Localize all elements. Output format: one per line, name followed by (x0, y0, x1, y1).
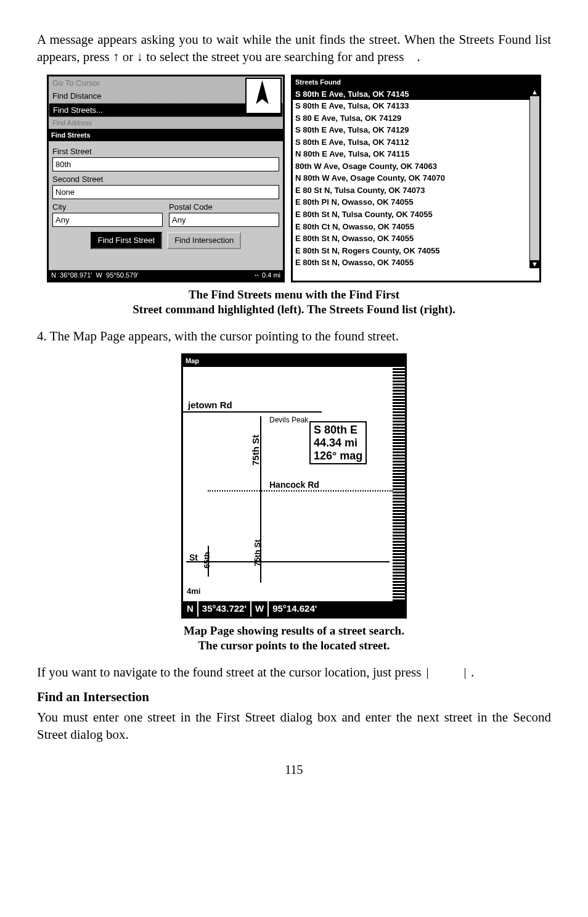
scale-icon: ↔ (253, 271, 260, 279)
city-input[interactable]: Any (52, 213, 163, 228)
jetown-rd-label: jetown Rd (188, 399, 232, 411)
map-screen: Map jetown Rd Devils Peak S 80th E 44.34… (181, 353, 407, 618)
status-scale: 0.4 mi (262, 271, 280, 279)
info-line-1: S 80th E (314, 424, 362, 437)
street-list-item[interactable]: S 80 E Ave, Tulsa, OK 74129 (293, 112, 529, 125)
status-n: N (51, 271, 56, 279)
street-list-item[interactable]: N 80th E Ave, Tulsa, OK 74115 (293, 148, 529, 160)
page-number: 115 (37, 762, 551, 778)
scroll-up-icon[interactable]: ▲ (530, 88, 539, 96)
intro-text-b: or (120, 49, 137, 64)
streets-found-screen: Streets Found S 80th E Ave, Tulsa, OK 74… (291, 75, 541, 282)
street-list-item[interactable]: E 80th St N, Rogers County, OK 74055 (293, 245, 529, 257)
street-list-item[interactable]: S 80th E Ave, Tulsa, OK 74145 (293, 88, 529, 101)
caption-1a: The Find Streets menu with the Find Firs… (189, 288, 399, 301)
city-label: City (52, 202, 163, 213)
street-list-item[interactable]: N 80th W Ave, Osage County, OK 74070 (293, 172, 529, 184)
highway-icon (393, 367, 405, 601)
street-list-item[interactable]: E 80 St N, Tulsa County, OK 74073 (293, 184, 529, 197)
postal-code-input[interactable]: Any (169, 213, 279, 228)
status-lat: 36°08.971' (60, 271, 92, 279)
scroll-down-icon[interactable]: ▼ (530, 260, 539, 268)
caption-2b: The cursor points to the located street. (198, 639, 390, 652)
figure-row-1: Go To Cursor Find Distance Find Streets.… (37, 75, 551, 282)
caption-2a: Map Page showing results of a street sea… (184, 624, 404, 637)
figure-1-caption: The Find Streets menu with the Find Firs… (37, 287, 551, 318)
road-line (183, 411, 322, 413)
intro-text-c: to select the street you are searching f… (143, 49, 404, 64)
map-status-lon: 95°14.624' (269, 601, 405, 616)
st-label: St (189, 552, 198, 564)
first-street-label: First Street (52, 146, 279, 157)
street-list-item[interactable]: S 80th E Ave, Tulsa, OK 74129 (293, 124, 529, 136)
figure-2-caption: Map Page showing results of a street sea… (37, 623, 551, 654)
key-placeholder (427, 668, 465, 679)
street-list-item[interactable]: E 80th St N, Owasso, OK 74055 (293, 257, 529, 268)
devils-peak-label: Devils Peak (269, 415, 308, 425)
step-4-text: 4. The Map Page appears, with the cursor… (37, 327, 551, 345)
status-lon: 95°50.579' (106, 271, 138, 279)
find-streets-titlebar: Find Streets (49, 130, 283, 141)
75th-st-label: 75th St (250, 435, 262, 466)
street-list-item[interactable]: E 80th St N, Tulsa County, OK 74055 (293, 208, 529, 221)
info-line-3: 126° mag (314, 450, 362, 463)
vertical-scrollbar[interactable]: ▲ ▼ (529, 88, 539, 268)
map-status-n: N (183, 601, 198, 616)
find-streets-screen: Go To Cursor Find Distance Find Streets.… (47, 75, 285, 282)
hancock-rd-label: Hancock Rd (269, 479, 319, 491)
info-line-2: 44.34 mi (314, 437, 362, 450)
streets-found-titlebar: Streets Found (293, 76, 539, 88)
65th-label: 65th (202, 552, 213, 569)
second-street-label: Second Street (52, 174, 279, 185)
street-list-item[interactable]: E 80th Pl N, Owasso, OK 74055 (293, 196, 529, 208)
map-status-bar: N 35°43.722' W 95°14.624' (183, 601, 405, 616)
map-canvas[interactable]: jetown Rd Devils Peak S 80th E 44.34 mi … (183, 367, 405, 601)
down-arrow-icon: ↓ (137, 49, 144, 64)
streets-found-list[interactable]: S 80th E Ave, Tulsa, OK 74145S 80th E Av… (293, 88, 529, 268)
compass-icon (245, 78, 282, 114)
status-w: W (96, 271, 102, 279)
postal-code-label: Postal Code (169, 202, 279, 213)
caption-1b: Street command highlighted (left). The S… (133, 303, 455, 316)
menu-find-address[interactable]: Find Address (49, 117, 283, 129)
75th-st-label-2: 75th St (252, 540, 263, 566)
street-list-item[interactable]: 80th W Ave, Osage County, OK 74063 (293, 160, 529, 173)
street-list-item[interactable]: S 80th E Ave, Tulsa, OK 74133 (293, 100, 529, 112)
street-list-item[interactable]: E 80th St N, Owasso, OK 74055 (293, 232, 529, 245)
up-arrow-icon: ↑ (113, 49, 120, 64)
map-titlebar: Map (183, 355, 405, 367)
map-status-w: W (251, 601, 269, 616)
map-scale-label: 4mi (187, 586, 200, 597)
find-streets-form: First Street 80th Second Street None Cit… (49, 141, 283, 270)
find-intersection-button[interactable]: Find Intersection (167, 232, 241, 249)
street-list-item[interactable]: S 80th E Ave, Tulsa, OK 74112 (293, 136, 529, 149)
nav-text-a: If you want to navigate to the found str… (37, 665, 421, 680)
second-street-input[interactable]: None (52, 185, 279, 200)
status-bar: N 36°08.971' W 95°50.579' ↔ 0.4 mi (49, 270, 283, 281)
location-info-box: S 80th E 44.34 mi 126° mag (309, 421, 367, 464)
figure-2: Map jetown Rd Devils Peak S 80th E 44.34… (37, 353, 551, 618)
find-first-street-button[interactable]: Find First Street (91, 232, 162, 249)
street-list-item[interactable]: E 80th Ct N, Owasso, OK 74055 (293, 221, 529, 233)
section-heading: Find an Intersection (37, 688, 551, 705)
map-status-lat: 35°43.722' (198, 601, 251, 616)
road-line (186, 561, 390, 562)
nav-text-b: . (471, 665, 474, 680)
first-street-input[interactable]: 80th (52, 157, 279, 172)
svg-marker-0 (256, 80, 268, 104)
intro-text-d: . (417, 49, 420, 64)
intro-paragraph: A message appears asking you to wait whi… (37, 31, 551, 66)
navigate-paragraph: If you want to navigate to the found str… (37, 664, 551, 681)
intersection-paragraph: You must enter one street in the First S… (37, 709, 551, 744)
